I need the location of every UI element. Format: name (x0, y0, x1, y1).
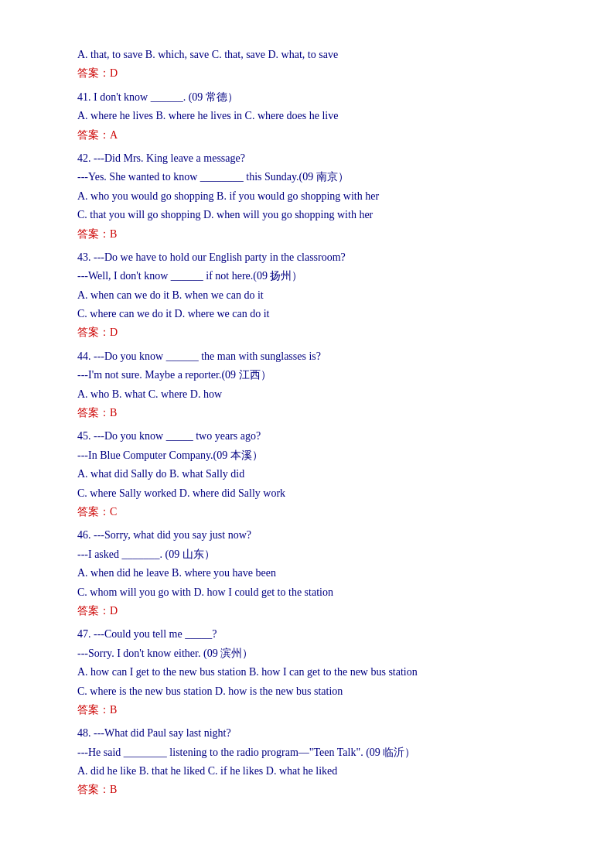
q42-options1: A. who you would go shopping B. if you w… (77, 188, 537, 205)
q46-text1: 46. ---Sorry, what did you say just now? (77, 527, 537, 544)
question-41: 41. I don't know ______. (09 常德） A. wher… (77, 89, 537, 144)
top-answer: 答案：D (77, 65, 537, 82)
q45-answer: 答案：C (77, 504, 537, 521)
q47-text1: 47. ---Could you tell me _____? (77, 626, 537, 643)
top-options-row: A. that, to save B. which, save C. that,… (77, 46, 537, 63)
q48-answer: 答案：B (77, 781, 537, 798)
q48-text2: ---He said ________ listening to the rad… (77, 744, 537, 761)
q45-text2: ---In Blue Computer Company.(09 本溪） (77, 447, 537, 464)
q47-options1: A. how can I get to the new bus station … (77, 664, 537, 681)
q45-text1: 45. ---Do you know _____ two years ago? (77, 428, 537, 445)
q45-options1: A. what did Sally do B. what Sally did (77, 466, 537, 483)
q46-answer: 答案：D (77, 603, 537, 620)
q44-answer: 答案：B (77, 405, 537, 422)
q46-options1: A. when did he leave B. where you have b… (77, 565, 537, 582)
q41-answer: 答案：A (77, 127, 537, 144)
q41-options1: A. where he lives B. where he lives in C… (77, 108, 537, 125)
q46-options2: C. whom will you go with D. how I could … (77, 584, 537, 601)
q41-text: 41. I don't know ______. (09 常德） (77, 89, 537, 106)
q47-options2: C. where is the new bus station D. how i… (77, 683, 537, 700)
question-44: 44. ---Do you know ______ the man with s… (77, 348, 537, 422)
q43-text1: 43. ---Do we have to hold our English pa… (77, 249, 537, 266)
q48-options1: A. did he like B. that he liked C. if he… (77, 763, 537, 780)
q44-options1: A. who B. what C. where D. how (77, 386, 537, 403)
q44-text1: 44. ---Do you know ______ the man with s… (77, 348, 537, 365)
question-43: 43. ---Do we have to hold our English pa… (77, 249, 537, 342)
question-45: 45. ---Do you know _____ two years ago? … (77, 428, 537, 521)
question-48: 48. ---What did Paul say last night? ---… (77, 725, 537, 799)
q43-text2: ---Well, I don't know ______ if not here… (77, 268, 537, 285)
q48-text1: 48. ---What did Paul say last night? (77, 725, 537, 742)
q43-answer: 答案：D (77, 324, 537, 341)
q47-answer: 答案：B (77, 702, 537, 719)
question-42: 42. ---Did Mrs. King leave a message? --… (77, 150, 537, 243)
q46-text2: ---I asked _______. (09 山东） (77, 546, 537, 563)
q42-answer: 答案：B (77, 226, 537, 243)
q47-text2: ---Sorry. I don't know either. (09 滨州） (77, 645, 537, 662)
q44-text2: ---I'm not sure. Maybe a reporter.(09 江西… (77, 367, 537, 384)
q43-options2: C. where can we do it D. where we can do… (77, 306, 537, 323)
q42-text2: ---Yes. She wanted to know ________ this… (77, 169, 537, 186)
question-46: 46. ---Sorry, what did you say just now?… (77, 527, 537, 620)
q42-options2: C. that you will go shopping D. when wil… (77, 207, 537, 224)
question-47: 47. ---Could you tell me _____? ---Sorry… (77, 626, 537, 719)
q43-options1: A. when can we do it B. when we can do i… (77, 287, 537, 304)
q45-options2: C. where Sally worked D. where did Sally… (77, 485, 537, 502)
q42-text1: 42. ---Did Mrs. King leave a message? (77, 150, 537, 167)
